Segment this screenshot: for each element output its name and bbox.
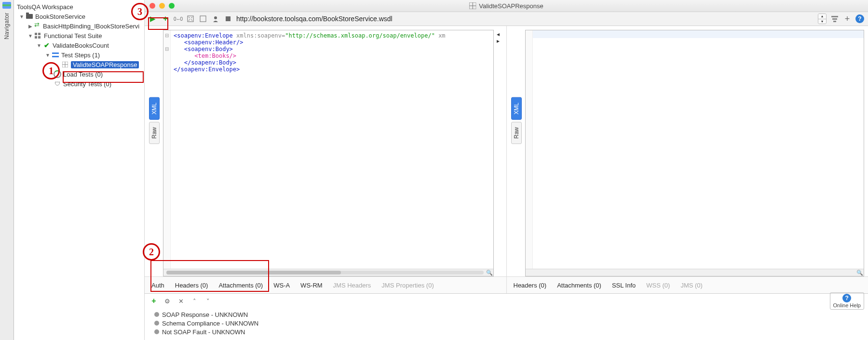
navigator-icon[interactable] <box>2 2 11 9</box>
vtab-raw[interactable]: Raw <box>511 122 522 144</box>
toolbar-plus-icon[interactable]: + <box>843 14 852 23</box>
request-xml-content[interactable]: <soapenv:Envelope xmlns:soapenv="http://… <box>171 30 493 269</box>
testsuite-icon <box>34 32 42 39</box>
add-assertion-button[interactable]: + <box>149 297 158 305</box>
toolbar-action-1[interactable]: 0↔0 <box>174 14 182 23</box>
tree-teststep-selected[interactable]: ValidteSOAPResponse <box>14 60 144 69</box>
tab-wsa[interactable]: WS-A <box>273 282 290 289</box>
tab-wss[interactable]: WSS (0) <box>646 282 670 289</box>
editor-search-icon[interactable]: 🔍 <box>487 270 492 275</box>
tree-project[interactable]: ▼ BookStoreService <box>14 12 144 21</box>
tree-label: BookStoreService <box>35 13 85 20</box>
endpoint-stepper[interactable]: ▴▾ <box>818 13 827 24</box>
response-xml-content[interactable] <box>533 30 864 269</box>
move-up-button[interactable]: ˄ <box>190 297 199 305</box>
svg-rect-12 <box>188 16 193 22</box>
request-editor[interactable]: ⊟ ⊟ <soapenv:Envelope xmlns:soapenv="htt… <box>163 30 494 276</box>
toolbar-expand-icon[interactable] <box>186 14 195 23</box>
twisty-icon[interactable]: ▼ <box>27 33 33 39</box>
twisty-icon[interactable]: ▼ <box>45 52 51 58</box>
assertion-item[interactable]: SOAP Response - UNKNOWN <box>154 310 862 319</box>
online-help-button[interactable]: ? Online Help <box>830 292 864 310</box>
status-dot-icon <box>154 329 159 334</box>
testcase-icon: ✔ <box>43 41 51 49</box>
exchange-arrows[interactable]: ◂▸ <box>494 30 502 276</box>
editor-search-icon[interactable]: 🔍 <box>857 270 863 275</box>
twisty-icon[interactable]: ▼ <box>19 13 25 19</box>
vtab-xml[interactable]: XML <box>149 97 160 120</box>
folder-icon <box>26 13 33 20</box>
teststeps-icon <box>52 51 59 59</box>
assertions-toolbar: + ⚙ ✕ ˄ ˅ ? Online Help <box>145 293 868 308</box>
callout-2-box <box>150 260 269 292</box>
svg-rect-17 <box>832 18 837 20</box>
close-window-button[interactable] <box>149 3 155 9</box>
tree-label: ValidteSOAPResponse <box>71 61 139 68</box>
editor-gutter <box>526 30 533 269</box>
toolbar-user-icon[interactable] <box>211 14 220 23</box>
tab-jmsproperties[interactable]: JMS Properties (0) <box>381 282 434 289</box>
tree-suite[interactable]: ▼ Functional Test Suite <box>14 31 144 40</box>
svg-rect-1 <box>38 33 41 35</box>
tree-testcase[interactable]: ▼ ✔ ValidateBooksCount <box>14 40 144 50</box>
svg-rect-3 <box>38 36 41 39</box>
tab-attachments[interactable]: Attachments (0) <box>557 282 601 289</box>
svg-rect-13 <box>200 16 206 22</box>
interface-icon <box>34 23 41 29</box>
tree-label: ValidateBooksCount <box>53 42 109 49</box>
navigator-strip: Navigator <box>0 0 14 340</box>
twisty-icon[interactable]: ▶ <box>27 23 33 29</box>
callout-3: 3 <box>131 3 149 20</box>
endpoint-url[interactable]: http://bookstore.toolsqa.com/BookStoreSe… <box>236 15 814 23</box>
toolbar-box-icon[interactable] <box>199 14 207 23</box>
assertion-item[interactable]: Schema Compliance - UNKNOWN <box>154 319 862 327</box>
toolbar-filter-icon[interactable] <box>830 14 839 23</box>
svg-rect-16 <box>831 16 838 17</box>
remove-assertion-button[interactable]: ✕ <box>176 297 185 305</box>
toolbar-stop-icon[interactable] <box>224 14 232 23</box>
svg-rect-0 <box>35 33 37 35</box>
callout-1: 1 <box>42 62 60 79</box>
window-title-text: ValidteSOAPResponse <box>479 2 543 10</box>
tab-ssl[interactable]: SSL Info <box>612 282 636 289</box>
request-panel: XML Raw ⊟ ⊟ <soapenv:Envelope xmlns:soap… <box>145 26 507 293</box>
assertion-label: Schema Compliance - UNKNOWN <box>162 320 258 327</box>
request-toolbar: ▶ + 0↔0 http://bookstore.toolsqa.com/Boo… <box>145 12 868 26</box>
tab-jms[interactable]: JMS (0) <box>680 282 703 289</box>
window-controls <box>149 3 175 9</box>
tab-jmsheaders[interactable]: JMS Headers <box>333 282 371 289</box>
svg-rect-4 <box>52 52 59 54</box>
status-dot-icon <box>154 312 159 317</box>
tree-workspace[interactable]: ToolsQA Workspace <box>14 2 144 12</box>
move-down-button[interactable]: ˅ <box>203 297 212 305</box>
window-title: ValidteSOAPResponse <box>469 2 543 10</box>
navigator-label: Navigator <box>3 13 10 39</box>
minimize-window-button[interactable] <box>159 3 165 9</box>
editor-gutter: ⊟ ⊟ <box>163 30 171 269</box>
response-editor[interactable]: 🔍 <box>525 30 865 276</box>
tree-teststeps[interactable]: ▼ Test Steps (1) <box>14 50 144 60</box>
tab-headers[interactable]: Headers (0) <box>514 282 547 289</box>
tree-label: ToolsQA Workspace <box>17 3 73 11</box>
svg-point-14 <box>214 16 217 19</box>
callout-1-box <box>63 71 144 83</box>
vtab-xml[interactable]: XML <box>511 97 522 120</box>
zoom-window-button[interactable] <box>169 3 175 9</box>
tab-wsrm[interactable]: WS-RM <box>300 282 323 289</box>
tree-binding[interactable]: ▶ BasicHttpBinding_IBookStoreServi <box>14 21 144 31</box>
help-icon[interactable]: ? <box>855 14 864 23</box>
svg-rect-18 <box>833 21 836 22</box>
assertion-item[interactable]: Not SOAP Fault - UNKNOWN <box>154 327 862 336</box>
svg-rect-5 <box>52 56 59 57</box>
response-vtabs: XML Raw <box>511 97 522 276</box>
tree-label: BasicHttpBinding_IBookStoreServi <box>43 23 139 30</box>
vtab-raw[interactable]: Raw <box>149 122 160 144</box>
help-icon: ? <box>842 294 851 302</box>
assertion-label: Not SOAP Fault - UNKNOWN <box>162 328 245 336</box>
callout-2: 2 <box>143 243 160 261</box>
project-tree: ToolsQA Workspace ▼ BookStoreService ▶ B… <box>14 0 145 340</box>
callout-3-box <box>148 17 168 30</box>
response-bottom-tabs: Headers (0) Attachments (0) SSL Info WSS… <box>507 276 868 293</box>
configure-assertion-button[interactable]: ⚙ <box>163 297 172 305</box>
twisty-icon[interactable]: ▼ <box>36 42 42 48</box>
